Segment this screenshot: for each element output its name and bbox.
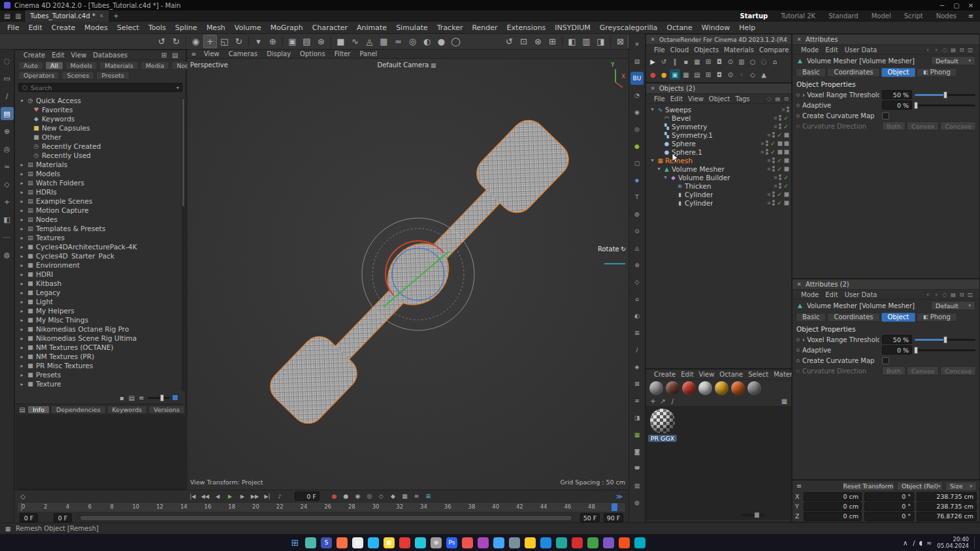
taskbar-app-icon[interactable] — [415, 537, 426, 548]
octane-film-button[interactable]: ▥ — [736, 56, 747, 67]
material-add-icon[interactable]: + — [649, 397, 657, 405]
viewport-3d[interactable]: Perspective Default Camera ▦ Rotate ↻ Y … — [188, 59, 629, 490]
doc-end-field[interactable]: 50 F — [580, 513, 600, 522]
visibility-dots[interactable] — [779, 123, 781, 129]
dock-pen-icon[interactable]: ∕ — [630, 343, 644, 356]
asset-tree-item[interactable]: ■ Other — [16, 133, 182, 142]
asset-tree-item[interactable]: ▸ ■ HDRI — [16, 270, 182, 279]
asset-tree-item[interactable]: ◷ Recently Created — [16, 142, 182, 151]
menu-item[interactable]: Extensions — [502, 23, 551, 33]
asset-tree-item[interactable]: ▸ ■ My Helpers — [16, 306, 182, 315]
transform-mode-dropdown[interactable]: Object (Rel)▾ — [897, 482, 943, 491]
divider[interactable] — [331, 37, 331, 46]
attribute-tab[interactable]: ◧ Object — [881, 313, 916, 322]
layout-button[interactable]: Script — [904, 12, 923, 20]
asset-tree-item[interactable]: ◷ Recently Used — [16, 151, 182, 160]
taskbar-clock[interactable]: 20:40 05.04.2024 — [937, 536, 969, 549]
material-link-icon[interactable]: ↗ — [659, 397, 667, 405]
enabled-check-icon[interactable]: ✓ — [783, 123, 789, 130]
bu-plugin-icon[interactable]: BU — [630, 72, 644, 85]
octane-kernel-button[interactable]: ▦ — [681, 69, 691, 80]
enabled-check-icon[interactable]: ✓ — [776, 200, 783, 206]
octane-ball-orange-icon[interactable]: ● — [659, 69, 669, 80]
anim-dot[interactable] — [796, 114, 800, 118]
dock-gear-icon[interactable]: ⊛ — [630, 259, 644, 272]
grid-tool-icon[interactable]: ▤ — [1, 107, 14, 120]
attr-header-icon[interactable]: ▤ — [949, 291, 957, 298]
octane-menu-item[interactable]: Objects — [691, 46, 721, 54]
asset-tree-item[interactable]: ▸ ▤ Watch Folders — [16, 178, 182, 187]
dock-record-icon[interactable]: ◉ — [630, 106, 644, 119]
axis-tool-icon[interactable]: ⊕ — [1, 125, 14, 138]
attribute-tab[interactable]: ◧ Phong — [917, 68, 957, 77]
layout-button[interactable]: Model — [872, 12, 891, 20]
visibility-dots[interactable] — [766, 149, 768, 155]
taskbar-app-icon[interactable] — [368, 537, 379, 548]
target-tool-icon[interactable]: ◎ — [1, 142, 14, 155]
asset-tree-item[interactable]: ▸ ■ Light — [16, 297, 182, 306]
enabled-check-icon[interactable]: ✓ — [783, 115, 789, 121]
om-menu-item[interactable]: Edit — [668, 95, 685, 102]
attr2-close-icon[interactable]: ✕ — [796, 281, 802, 288]
goto-start-button[interactable]: |◀ — [187, 491, 199, 501]
octane-restart-button[interactable]: ↺ — [659, 56, 669, 67]
document-tab[interactable]: Tubes_Tutorial.c4d * ✕ — [25, 10, 108, 22]
taskbar-app-icon[interactable] — [587, 537, 598, 548]
material-grid-icon[interactable]: ▦ — [780, 397, 789, 405]
object-tree-item[interactable]: ▾ ▲ Volume Mesher ✓ — [648, 165, 789, 173]
object-tree-item[interactable]: ▾ ◆ Volume Builder ✓ — [648, 173, 789, 181]
position-field[interactable]: 0 cm — [804, 512, 862, 521]
asset-tree-item[interactable]: ♥ Favorites — [16, 105, 182, 114]
octane-magnify-button[interactable]: ◌ — [759, 56, 769, 67]
size-mode-dropdown[interactable]: Size▾ — [945, 482, 977, 491]
key-nav-icon[interactable]: ◇ — [18, 491, 27, 501]
menu-item[interactable]: MoGraph — [266, 23, 308, 33]
sound-toggle-button[interactable]: ♪ — [274, 491, 286, 501]
attribute-slider[interactable] — [915, 104, 975, 106]
layout-button[interactable]: Standard — [828, 12, 858, 20]
attr-menu-item[interactable]: Edit — [822, 291, 841, 298]
octane-menu-item[interactable]: File — [651, 46, 668, 54]
asset-filter-button[interactable]: Models — [65, 61, 97, 70]
viewport-menu-item[interactable]: Panel — [357, 50, 380, 57]
dock-sphere-icon[interactable]: ◍ — [630, 208, 644, 221]
asset-filter-button[interactable]: Operators — [18, 71, 59, 80]
curvature-direction-button[interactable]: Convex — [907, 366, 939, 375]
asset-tree-item[interactable]: ▸ ■ Environment — [16, 260, 182, 270]
tab-nav-left-icon[interactable]: ▤ — [2, 10, 12, 21]
menu-item[interactable]: File — [3, 23, 24, 33]
menu-item[interactable]: Spline — [171, 23, 202, 33]
asset-tree-item[interactable]: ▸ ■ NM Textures (PR) — [16, 352, 182, 361]
attribute-slider[interactable] — [915, 339, 975, 341]
create-curvature-map-checkbox[interactable] — [882, 112, 889, 119]
camera-icon[interactable]: ▦ — [431, 62, 436, 69]
sphere-tool-icon[interactable]: ◍ — [1, 248, 14, 261]
attr-close-icon[interactable]: ✕ — [796, 37, 802, 43]
add-cube-icon[interactable]: ■ — [334, 35, 348, 48]
object-tree-item[interactable]: ▾ ▦ Remesh ✓ — [648, 156, 789, 165]
enabled-check-icon[interactable]: ✓ — [776, 191, 783, 198]
object-tag-icon[interactable] — [784, 150, 789, 155]
attr-menu-item[interactable]: Edit — [822, 46, 841, 54]
asset-tree-item[interactable]: ▸ ■ Nikomedias Octane Rig Pro — [16, 324, 182, 334]
layout-panel-mid-icon[interactable]: ▥ — [580, 35, 593, 48]
taskbar-app-icon[interactable] — [603, 537, 614, 548]
material-item[interactable]: PR GGX — [648, 409, 677, 442]
dock-gem2-icon[interactable]: ◈ — [630, 360, 644, 373]
object-tag-icon[interactable] — [784, 141, 789, 146]
preview-end-field[interactable]: 90 F — [604, 513, 623, 522]
taskbar-app-icon[interactable] — [493, 537, 504, 548]
thumb-small-icon[interactable]: ▪ — [118, 394, 126, 402]
add-light-icon[interactable]: ◐ — [420, 35, 434, 48]
thumb-list-icon[interactable]: ▤ — [127, 394, 136, 402]
divider[interactable] — [610, 37, 611, 46]
size-field[interactable]: 238.735 cm — [917, 502, 977, 511]
menu-item[interactable]: INSYDIUM — [550, 23, 595, 33]
asset-tree-item[interactable]: ▾ ◷ Quick Access — [16, 96, 182, 105]
viewport-menu-item[interactable]: Cameras — [226, 50, 260, 57]
thumb-detail-icon[interactable]: ≡ — [137, 394, 146, 402]
material-edit-icon[interactable]: ∕ — [668, 397, 677, 405]
dock-text-icon[interactable]: T — [630, 191, 644, 204]
octane-focus-picker-button[interactable]: ⊙ — [725, 56, 736, 67]
attribute-tab[interactable]: ◧ Object — [881, 68, 916, 77]
